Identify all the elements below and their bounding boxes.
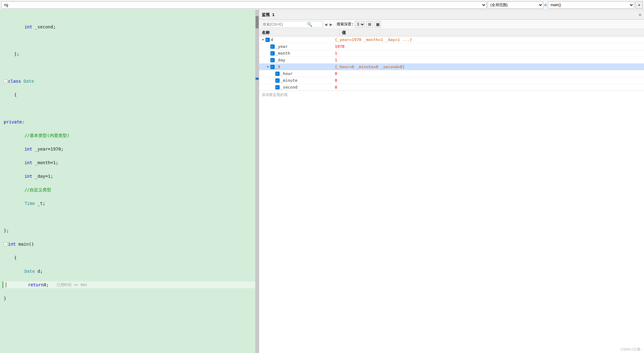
tree-name-hour: _hour [281,71,332,76]
var-icon-month: v [270,51,275,56]
forward-arrow[interactable]: ▶ [329,22,333,27]
code-line [2,64,256,71]
watch-toolbar: 🔍 ◀ ▶ 搜索深度: 3 ⊞ ▦ [259,20,644,29]
code-line: Date d; [2,268,256,275]
main-area: int _second; }; -class Date { private: /… [0,10,644,353]
svg-text:v: v [276,86,278,89]
watch-panel: 监视 1 ✕ 🔍 ◀ ▶ 搜索深度: 3 ⊞ ▦ 名称 值 [259,10,644,353]
tree-value-day: 1 [332,58,643,62]
tree-name-second: _second [281,85,332,89]
tree-name-year: _year [276,44,332,49]
tree-row-t[interactable]: ▼ v _t {_hour=0 _minute=0 _second=0} [259,64,644,70]
var-icon-hour: v [275,72,280,76]
var-icon-second: v [275,85,280,89]
tree-name-t: _t [276,64,332,69]
watermark: CSDN ©乙烯- [621,347,642,352]
tree-row-minute[interactable]: v _minute 0 [259,77,644,84]
code-line: } [2,295,256,302]
code-line: }; [2,227,256,234]
watch-tree[interactable]: ▼ v d {_year=1970 _month=1 _day=1 ...} v… [259,36,644,353]
func-selector[interactable]: main() [548,1,634,9]
code-line: Time _t; [2,200,256,207]
code-line: }; [2,51,256,57]
watch-columns: 名称 值 [259,29,644,36]
tree-row-month[interactable]: v _month 1 [259,50,644,57]
code-line: int _month=1; [2,159,256,166]
search-icon: 🔍 [307,22,312,27]
code-line: -int main() [2,241,256,247]
col-name-header: 名称 [259,30,339,35]
tree-value-month: 1 [332,51,643,56]
scope-selector[interactable]: (全局范围) [488,1,543,9]
tree-value-minute: 0 [332,78,643,83]
depth-label: 搜索深度: [337,22,354,27]
code-line: //基本类型(内置类型) [2,132,256,139]
code-line [2,214,256,220]
filter-button[interactable]: ⊞ [366,21,373,28]
watch-title: 监视 1 [262,12,275,18]
svg-text:v: v [276,79,278,82]
svg-text:v: v [271,52,273,55]
code-line: int _day=1; [2,173,256,180]
code-line: //自定义类型 [2,186,256,193]
tree-row-day[interactable]: v _day 1 [259,57,644,64]
search-input[interactable] [263,22,306,27]
code-line [2,105,256,112]
var-icon-d: v [265,38,270,42]
col-value-header: 值 [339,30,644,35]
tree-row-d[interactable]: ▼ v d {_year=1970 _month=1 _day=1 ...} [259,36,644,43]
fold-button-main[interactable]: - [4,243,7,246]
tree-value-second: 0 [332,85,643,89]
code-line: { [2,91,256,98]
close-icon[interactable]: ✕ [638,12,642,18]
tree-value-t: {_hour=0 _minute=0 _second=0} [332,64,643,69]
add-watch-row[interactable]: 添加要监视的项 [259,91,644,99]
tree-name-day: _day [276,58,332,62]
code-content: int _second; }; -class Date { private: /… [0,10,259,353]
var-icon-t: v [270,65,275,69]
code-line: -class Date [2,78,256,85]
svg-text:v: v [271,59,273,62]
depth-select[interactable]: 3 [355,21,365,28]
watch-panel-header: 监视 1 ✕ [259,10,644,20]
code-line: int _second; [2,23,256,30]
var-icon-minute: v [275,78,280,83]
var-icon-day: v [270,58,275,62]
tree-row-year[interactable]: v _year 1970 [259,43,644,50]
code-line [2,37,256,44]
file-selector[interactable]: ng [1,1,486,9]
code-line: { [2,254,256,261]
svg-text:v: v [271,66,273,69]
svg-text:v: v [266,39,268,41]
editor-panel: int _second; }; -class Date { private: /… [0,10,259,353]
tree-value-hour: 0 [332,71,643,76]
svg-text:v: v [271,45,273,48]
tree-value-year: 1970 [332,44,643,49]
tree-row-hour[interactable]: v _hour 0 [259,70,644,77]
svg-text:v: v [276,73,278,75]
var-icon-year: v [270,44,275,49]
fold-button[interactable]: - [4,80,7,83]
code-line: private: [2,118,256,125]
tree-name-minute: _minute [281,78,332,83]
code-area[interactable]: int _second; }; -class Date { private: /… [0,10,259,353]
tree-name-month: _month [276,51,332,56]
back-arrow[interactable]: ◀ [324,22,328,27]
search-box[interactable]: 🔍 [261,21,323,28]
tree-row-second[interactable]: v _second 0 [259,84,644,91]
toggle-t[interactable]: ▼ [265,65,270,69]
toggle-d[interactable]: ▼ [260,38,265,41]
code-line-active: │ return 0; 已用时间 <= 4ms [2,281,256,288]
tree-name-d: d [271,37,332,42]
code-line: int _year=1970; [2,146,256,152]
columns-button[interactable]: ▦ [374,21,381,28]
add-button[interactable]: + [635,1,643,9]
editor-toolbar: ng (全局范围) ⚙ main() + [0,0,644,10]
tree-value-d: {_year=1970 _month=1 _day=1 ...} [332,37,643,42]
